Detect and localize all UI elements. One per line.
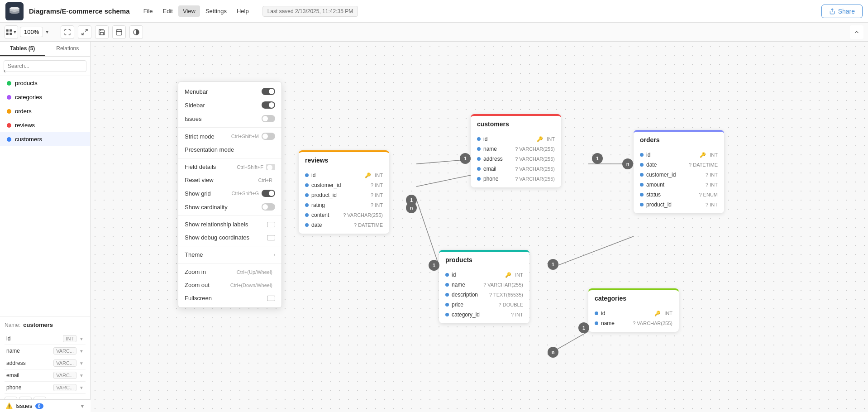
- field-customers-phone: phone ? VARCHAR(255): [471, 174, 561, 184]
- calendar-icon: [115, 29, 123, 36]
- menu-item-presentation[interactable]: Presentation mode: [178, 143, 281, 156]
- share-button[interactable]: Share: [821, 5, 863, 18]
- layout-btn[interactable]: ▼: [5, 25, 18, 39]
- sidebar-item-orders[interactable]: orders: [0, 104, 90, 118]
- menu-item-relationship-labels[interactable]: Show relationship labels: [178, 218, 281, 231]
- toggle-debug[interactable]: [267, 235, 275, 240]
- conn-1-products-reviews: 1: [429, 260, 439, 271]
- table-products[interactable]: products id 🔑 INT name ? VARCHAR(255) de…: [439, 250, 529, 323]
- sidebar-item-categories[interactable]: categories: [0, 90, 90, 104]
- toggle-fullscreen[interactable]: [267, 296, 275, 301]
- sidebar-item-customers[interactable]: customers: [0, 132, 90, 146]
- toggle-field-details[interactable]: [266, 164, 275, 170]
- sidebar-item-reviews[interactable]: reviews: [0, 118, 90, 132]
- conn-1-customers-reviews: 1: [460, 153, 471, 164]
- dot-products: [7, 81, 11, 86]
- field-arrow-email: ▼: [79, 373, 84, 378]
- sidebar-item-products[interactable]: products: [0, 76, 90, 90]
- table-categories[interactable]: categories id 🔑 INT name ? VARCHAR(255): [588, 288, 679, 332]
- save-btn[interactable]: [95, 25, 109, 39]
- app-logo-icon: [9, 5, 20, 17]
- table-customers-body: id 🔑 INT name ? VARCHAR(255) address ? V…: [471, 132, 561, 187]
- menu-item-show-cardinality[interactable]: Show cardinality: [178, 200, 281, 214]
- toggle-sidebar[interactable]: [262, 101, 275, 109]
- menu-item-zoom-out[interactable]: Zoom out Ctrl+(Down/Wheel): [178, 278, 281, 292]
- menu-item-theme[interactable]: Theme ›: [178, 248, 281, 261]
- dot-reviews-date: [305, 223, 309, 227]
- dot-orders: [7, 109, 11, 114]
- menu-item-debug-coords[interactable]: Show debug coordinates: [178, 231, 281, 244]
- svg-line-5: [85, 29, 87, 32]
- zoom-arrow[interactable]: ▼: [45, 29, 49, 34]
- dot-reviews-customer_id: [305, 183, 309, 187]
- dot-categories-name: [595, 321, 598, 325]
- zoom-display[interactable]: 100%: [20, 27, 43, 37]
- menu-file[interactable]: File: [139, 5, 157, 17]
- nav-arrow-left[interactable]: ‹: [4, 67, 6, 74]
- dot-customers-email: [477, 167, 481, 171]
- svg-line-15: [416, 199, 439, 266]
- menu-item-sidebar[interactable]: Sidebar: [178, 98, 281, 112]
- table-customers-header: customers: [471, 116, 561, 132]
- menu-item-show-grid[interactable]: Show grid Ctrl+Shift+G: [178, 187, 281, 200]
- field-products-name: name ? VARCHAR(255): [439, 280, 529, 290]
- sidebar-search: [0, 57, 90, 76]
- toggle-rel-labels[interactable]: [267, 222, 275, 227]
- table-customers[interactable]: customers id 🔑 INT name ? VARCHAR(255) a…: [471, 114, 561, 187]
- dot-products-id: [445, 273, 449, 277]
- menu-settings[interactable]: Settings: [201, 5, 231, 17]
- menu-edit[interactable]: Edit: [158, 5, 177, 17]
- menu-item-menubar[interactable]: Menubar: [178, 85, 281, 98]
- calendar-btn[interactable]: [112, 25, 126, 39]
- menu-item-field-details[interactable]: Field details Ctrl+Shift+F: [178, 160, 281, 173]
- field-reviews-id: id 🔑 INT: [299, 170, 389, 180]
- svg-line-6: [82, 33, 84, 35]
- table-reviews[interactable]: reviews id 🔑 INT customer_id ? INT produ…: [299, 150, 389, 234]
- field-customers-id: id 🔑 INT: [471, 134, 561, 144]
- conn-1-cats-products: 1: [578, 322, 589, 333]
- dot-reviews-content: [305, 213, 309, 217]
- field-arrow-id: ▼: [79, 336, 84, 341]
- search-input[interactable]: [4, 60, 86, 72]
- contrast-btn[interactable]: [129, 25, 143, 39]
- tab-relations[interactable]: Relations: [45, 42, 91, 56]
- fit-btn[interactable]: [61, 25, 74, 39]
- menu-item-issues[interactable]: Issues: [178, 112, 281, 125]
- svg-line-17: [557, 331, 588, 350]
- table-orders[interactable]: orders id 🔑 INT date ? DATETIME customer…: [634, 130, 724, 213]
- dot-customers-phone: [477, 177, 481, 181]
- fit-icon: [64, 29, 71, 36]
- conn-n-products-cats: n: [548, 347, 558, 358]
- svg-line-12: [416, 175, 471, 187]
- table-products-header: products: [439, 252, 529, 268]
- menu-item-reset-view[interactable]: Reset view Ctrl+R: [178, 173, 281, 187]
- share-icon: [829, 8, 835, 14]
- sidebar-list: products categories orders reviews custo…: [0, 76, 90, 316]
- canvas[interactable]: 1 n 1 1 n 1 1 n 1 reviews id 🔑 INT custo…: [91, 42, 868, 412]
- toggle-menubar[interactable]: [262, 88, 275, 95]
- conn-1-reviews-product: 1: [406, 195, 417, 206]
- toggle-strict-mode[interactable]: [262, 133, 275, 140]
- menu-help[interactable]: Help: [232, 5, 253, 17]
- dot-categories: [7, 95, 11, 100]
- conn-1-products-orders: 1: [548, 259, 558, 270]
- conn-n-orders: n: [622, 158, 633, 169]
- field-products-id: id 🔑 INT: [439, 270, 529, 280]
- menu-item-zoom-in[interactable]: Zoom in Ctrl+(Up/Wheel): [178, 265, 281, 278]
- issues-bar[interactable]: ⚠️ Issues 0 ▼: [0, 399, 91, 412]
- tab-tables[interactable]: Tables (5): [0, 42, 45, 56]
- menu-view[interactable]: View: [178, 5, 200, 17]
- chevron-up-icon: [854, 29, 860, 35]
- field-reviews-date: date ? DATETIME: [299, 220, 389, 230]
- expand-btn[interactable]: [78, 25, 91, 39]
- field-row-id: id INT ▼: [5, 333, 86, 345]
- collapse-btn[interactable]: [850, 25, 863, 39]
- menu-item-strict-mode[interactable]: Strict mode Ctrl+Shift+M: [178, 129, 281, 143]
- svg-rect-3: [6, 33, 9, 35]
- contrast-icon: [133, 29, 140, 36]
- toggle-issues[interactable]: [262, 115, 275, 122]
- toggle-show-grid[interactable]: [262, 190, 275, 197]
- toggle-cardinality[interactable]: [262, 203, 275, 211]
- warning-icon: ⚠️: [5, 402, 13, 409]
- menu-item-fullscreen[interactable]: Fullscreen: [178, 292, 281, 305]
